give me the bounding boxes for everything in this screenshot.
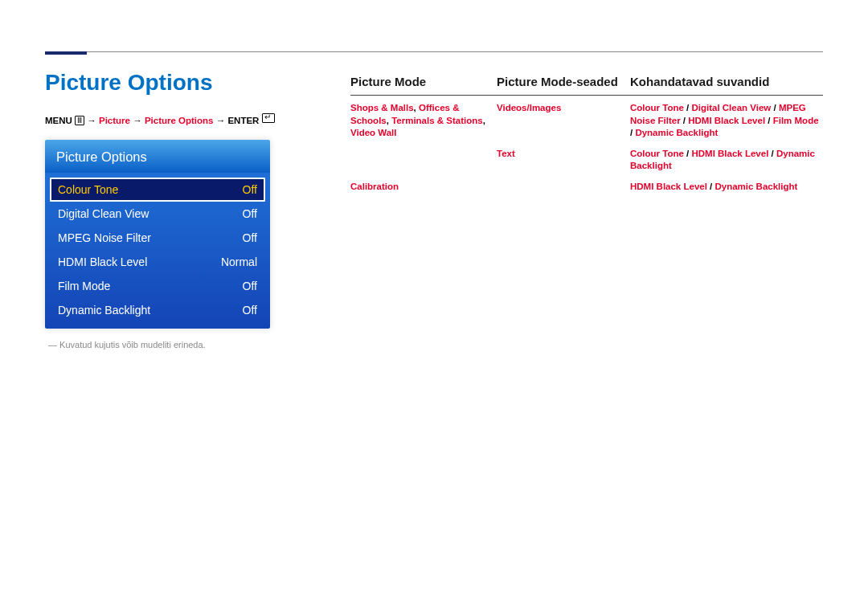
table-header-kohandatavad: Kohandatavad suvandid <box>630 70 823 93</box>
table-cell-item: Video Wall <box>350 128 397 137</box>
osd-row-value: Off <box>243 183 257 196</box>
osd-row[interactable]: Digital Clean ViewOff <box>50 202 265 226</box>
osd-panel: Picture Options Colour ToneOffDigital Cl… <box>45 140 270 329</box>
table-cell: Colour Tone / Digital Clean View / MPEG … <box>630 102 823 140</box>
osd-body: Colour ToneOffDigital Clean ViewOffMPEG … <box>45 173 270 329</box>
table-row: TextColour Tone / HDMI Black Level / Dyn… <box>350 141 823 174</box>
accent-bar <box>45 51 87 55</box>
table-cell-item: Calibration <box>350 182 399 191</box>
table-cell: Shops & Malls, Offices & Schools, Termin… <box>350 102 497 140</box>
breadcrumb-picture-options: Picture Options <box>145 116 214 125</box>
osd-row-label: MPEG Noise Filter <box>58 231 151 244</box>
table-cell-item: Terminals & Stations <box>391 116 483 125</box>
table-cell-item: Colour Tone <box>630 103 684 112</box>
osd-row[interactable]: MPEG Noise FilterOff <box>50 226 265 250</box>
col-left: Picture Options MENU Ⅲ → Picture → Pictu… <box>45 70 318 349</box>
menu-icon: Ⅲ <box>75 116 84 125</box>
footnote-text: Kuvatud kujutis võib mudeliti erineda. <box>59 340 206 349</box>
separator: / <box>765 116 773 125</box>
table-cell: HDMI Black Level / Dynamic Backlight <box>630 181 823 194</box>
separator: / <box>771 103 779 112</box>
table-cell: Calibration <box>350 181 497 194</box>
table-cell-item: Colour Tone <box>630 149 684 158</box>
footnote-dash: ― <box>48 340 59 349</box>
table-cell <box>497 181 630 194</box>
osd-row[interactable]: HDMI Black LevelNormal <box>50 250 265 274</box>
enter-icon <box>262 113 275 123</box>
osd-header: Picture Options <box>45 140 270 173</box>
top-rule-group <box>45 51 823 52</box>
table-row: Shops & Malls, Offices & Schools, Termin… <box>350 96 823 141</box>
table-cell: Colour Tone / HDMI Black Level / Dynamic… <box>630 148 823 173</box>
table-cell-item: Dynamic Backlight <box>714 182 797 191</box>
breadcrumb-picture: Picture <box>99 116 130 125</box>
table-cell <box>350 148 497 173</box>
table-cell-item: HDMI Black Level <box>630 182 707 191</box>
osd-row-label: Colour Tone <box>58 183 118 196</box>
manual-page: Picture Options MENU Ⅲ → Picture → Pictu… <box>0 0 868 382</box>
breadcrumb-menu: MENU <box>45 116 72 125</box>
osd-row-value: Off <box>243 304 257 317</box>
separator: , <box>483 116 485 125</box>
table-cell-item: HDMI Black Level <box>691 149 768 158</box>
osd-row-label: HDMI Black Level <box>58 255 147 268</box>
breadcrumb-enter: ENTER <box>227 116 259 125</box>
breadcrumb-arrow-1: → <box>87 116 99 125</box>
osd-row-value: Normal <box>221 255 257 268</box>
table-cell-item: HDMI Black Level <box>688 116 765 125</box>
page-title: Picture Options <box>45 70 318 96</box>
table-cell: Videos/Images <box>497 102 630 140</box>
separator: / <box>768 149 776 158</box>
table-row: CalibrationHDMI Black Level / Dynamic Ba… <box>350 174 823 195</box>
breadcrumb: MENU Ⅲ → Picture → Picture Options → ENT… <box>45 113 318 125</box>
col-right: Picture Mode Picture Mode-seaded Kohanda… <box>350 70 823 349</box>
footnote: ― Kuvatud kujutis võib mudeliti erineda. <box>48 340 318 349</box>
table-cell-item: Film Mode <box>773 116 819 125</box>
table-cell-item: Dynamic Backlight <box>635 128 718 137</box>
breadcrumb-arrow-3: → <box>216 116 228 125</box>
table-cell-item: Digital Clean View <box>691 103 771 112</box>
osd-row-label: Digital Clean View <box>58 207 149 220</box>
table-cell-item: Shops & Malls <box>350 103 414 112</box>
osd-row[interactable]: Film ModeOff <box>50 274 265 298</box>
table-body: Shops & Malls, Offices & Schools, Termin… <box>350 96 823 194</box>
table-header-row: Picture Mode Picture Mode-seaded Kohanda… <box>350 70 823 93</box>
page-columns: Picture Options MENU Ⅲ → Picture → Pictu… <box>45 70 823 349</box>
osd-row-label: Dynamic Backlight <box>58 304 150 317</box>
top-rule <box>45 51 823 52</box>
table-cell: Text <box>497 148 630 173</box>
osd-row-label: Film Mode <box>58 280 110 292</box>
separator: / <box>681 116 689 125</box>
osd-row-value: Off <box>243 231 257 244</box>
breadcrumb-arrow-2: → <box>133 116 145 125</box>
osd-row[interactable]: Colour ToneOff <box>50 178 265 202</box>
table-header-mode-seaded: Picture Mode-seaded <box>497 70 630 93</box>
osd-row-value: Off <box>243 207 257 220</box>
table-header-picture-mode: Picture Mode <box>350 70 497 93</box>
osd-row[interactable]: Dynamic BacklightOff <box>50 298 265 322</box>
osd-row-value: Off <box>243 280 257 292</box>
